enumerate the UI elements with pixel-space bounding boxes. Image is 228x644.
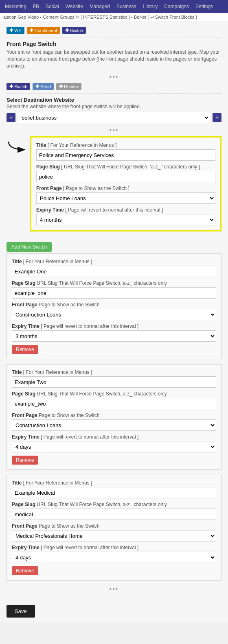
dest-title: Select Destination Website [7, 97, 221, 103]
tag-bar-text: alation Geo Video • Content Groups ↻ [ I… [3, 15, 197, 20]
card-1-frontpage-label: Front Page Page to Show as the Switch [12, 413, 216, 418]
card-1-frontpage-select[interactable]: Construction Loans [12, 419, 216, 431]
card-0-slug-input[interactable] [12, 287, 216, 299]
hc-expiry-label: Expiry Time [ Page will revert to normal… [36, 207, 215, 213]
card-0-title-label: Title [ For Your Reference in Menus ] [12, 259, 216, 264]
nav-social[interactable]: Social [42, 0, 62, 13]
switch-send-review-controls: ✚ Switch ✚ Send ✚ Review [7, 83, 221, 90]
send-btn[interactable]: ✚ Send [33, 83, 54, 90]
dest-plus-button[interactable]: + [7, 113, 15, 122]
tag-bar: alation Geo Video • Content Groups ↻ [ I… [0, 13, 228, 22]
add-new-switch-button[interactable]: Add New Switch [7, 242, 52, 252]
wp-button[interactable]: ✚ WP [7, 27, 24, 34]
hc-slug-label: Page Slug [ URL Slug That Will Force Pag… [36, 164, 215, 170]
switch-cards-container: Title [ For Your Reference in Menus ] Pa… [7, 253, 221, 581]
nav-campaigns[interactable]: Campaigns [161, 0, 192, 13]
fps-title: Front Page Switch [7, 41, 221, 47]
ellipsis-2: ••• [7, 127, 221, 134]
review-btn-label: Review [64, 84, 79, 89]
card-2-expiry-label: Expiry Time [ Page will revert to normal… [12, 545, 216, 550]
highlighted-section: Title [ For Your Reference in Menus ] Pa… [7, 136, 221, 236]
wp-plus-icon: ✚ [9, 28, 13, 33]
card-2-slug-label: Page Slug URL Slug That Will Force Page … [12, 502, 216, 507]
nav-managed[interactable]: Managed [86, 0, 113, 13]
arrow-icon [7, 140, 27, 156]
dest-add-button[interactable]: + [213, 113, 221, 122]
nav-settings[interactable]: Settings [192, 0, 216, 13]
card-1-expiry-select[interactable]: 4 days [12, 441, 216, 452]
card-2-slug-input[interactable] [12, 509, 216, 520]
switch-button-top-label: Switch [70, 28, 83, 33]
ellipsis-1: ••• [7, 73, 221, 81]
switch-btn-label: Switch [14, 84, 27, 89]
divider-2 [7, 93, 221, 94]
arrow-row: Title [ For Your Reference in Menus ] Pa… [7, 136, 221, 236]
save-button[interactable]: Save [7, 605, 35, 618]
save-bar: Save [0, 600, 228, 622]
card-1-slug-label: Page Slug URL Slug That Will Force Page … [12, 391, 216, 397]
review-plus-icon: ✚ [59, 84, 63, 89]
card-2-title-input[interactable] [12, 487, 216, 498]
highlighted-switch-card: Title [ For Your Reference in Menus ] Pa… [30, 136, 221, 231]
top-block-controls: ✚ WP ✚ Conditional ✚ Switch [7, 27, 221, 34]
switch-card-1: Title [ For Your Reference in Menus ] Pa… [7, 364, 221, 470]
conditional-button-label: Conditional [35, 28, 57, 33]
switch-card-0: Title [ For Your Reference in Menus ] Pa… [7, 253, 221, 359]
card-1-remove-button[interactable]: Remove [12, 456, 38, 465]
switch-btn[interactable]: ✚ Switch [7, 83, 30, 90]
card-2-frontpage-select[interactable]: Medical Professionals Home [12, 530, 216, 541]
card-0-frontpage-select[interactable]: Construction Loans [12, 309, 216, 320]
switch-top-plus-icon: ✚ [65, 28, 69, 33]
hc-frontpage-label: Front Page [ Page to Show as the Switch … [36, 186, 215, 191]
switch-plus-icon: ✚ [9, 84, 13, 89]
card-2-remove-button[interactable]: Remove [12, 566, 38, 575]
nav-website[interactable]: Website [62, 0, 86, 13]
hc-title-input[interactable] [36, 149, 215, 161]
arrow-indicator [7, 140, 27, 157]
card-0-frontpage-label: Front Page Page to Show as the Switch [12, 302, 216, 308]
main-content: ✚ WP ✚ Conditional ✚ Switch Front Page S… [0, 22, 228, 600]
card-1-title-input[interactable] [12, 376, 216, 388]
review-btn[interactable]: ✚ Review [56, 83, 81, 90]
hc-title-label: Title [ For Your Reference in Menus ] [36, 142, 215, 148]
dest-website-section: Select Destination Website Select the we… [7, 97, 221, 123]
nav-business[interactable]: Business [113, 0, 140, 13]
send-btn-label: Send [40, 84, 51, 89]
dest-website-select[interactable]: belief.business [18, 112, 210, 123]
conditional-button[interactable]: ✚ Conditional [27, 27, 60, 34]
card-1-expiry-label: Expiry Time [ Page will revert to normal… [12, 434, 216, 440]
switch-card-2: Title [ For Your Reference in Menus ] Pa… [7, 475, 221, 581]
fps-desc: Your entire front page can be swapped ou… [7, 49, 221, 69]
ellipsis-3: ••• [7, 585, 221, 593]
card-0-slug-label: Page Slug URL Slug That Will Force Page … [12, 280, 216, 286]
card-1-title-label: Title [ For Your Reference in Menus ] [12, 369, 216, 375]
card-2-expiry-select[interactable]: 4 days [12, 552, 216, 563]
hc-frontpage-select[interactable]: Police Home Loans [36, 192, 215, 204]
divider-1 [7, 37, 221, 37]
card-2-frontpage-label: Front Page Page to Show as the Switch [12, 523, 216, 529]
top-nav: Marketing FB Social Website Managed Busi… [0, 0, 228, 13]
card-0-expiry-label: Expiry Time [ Page will revert to normal… [12, 323, 216, 329]
card-1-slug-input[interactable] [12, 398, 216, 409]
card-2-title-label: Title [ For Your Reference in Menus ] [12, 480, 216, 486]
hc-slug-input[interactable] [36, 171, 215, 182]
conditional-plus-icon: ✚ [30, 28, 33, 33]
card-0-title-input[interactable] [12, 266, 216, 277]
dest-row: + belief.business + [7, 112, 221, 123]
nav-library[interactable]: Library [140, 0, 161, 13]
hc-expiry-select[interactable]: 4 months [36, 214, 215, 225]
dest-desc: Select the website where the front-page … [7, 104, 221, 109]
wp-button-label: WP [14, 28, 22, 33]
card-0-expiry-select[interactable]: 3 months [12, 330, 216, 342]
nav-marketing[interactable]: Marketing [2, 0, 30, 13]
card-0-remove-button[interactable]: Remove [12, 345, 38, 354]
switch-button-top[interactable]: ✚ Switch [62, 27, 86, 34]
send-plus-icon: ✚ [35, 84, 39, 89]
fps-info-block: Front Page Switch Your entire front page… [7, 41, 221, 69]
nav-fb[interactable]: FB [30, 0, 42, 13]
